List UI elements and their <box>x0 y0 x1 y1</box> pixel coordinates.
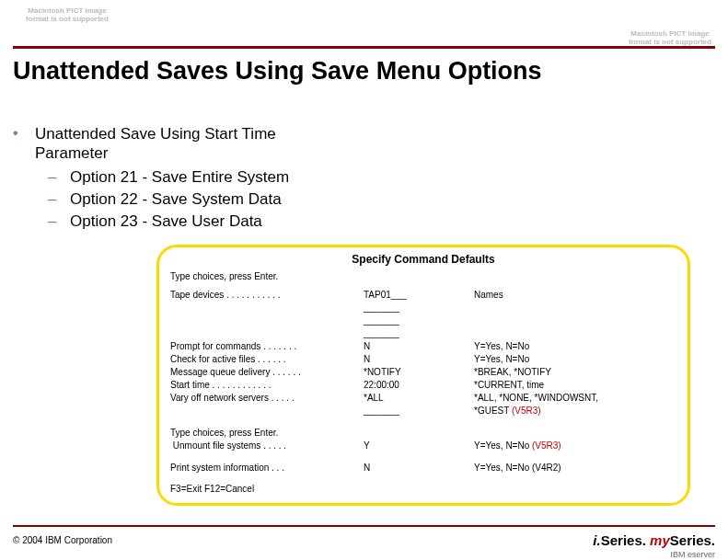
brand-my: my <box>646 532 670 548</box>
panel-title: Specify Command Defaults <box>170 253 676 266</box>
placeholder-image-top-left: Macintosh PICT image format is not suppo… <box>17 7 118 24</box>
field-value: N N *NOTIFY 22:00:00 *ALL _______ <box>364 340 474 417</box>
brand-logo: i.Series. mySeries. <box>593 532 715 548</box>
brand-series: Series. <box>670 532 715 548</box>
sub-bullet-text: Option 21 - Save Entire System <box>70 166 289 189</box>
sub-bullet-list: – Option 21 - Save Entire System – Optio… <box>48 166 715 233</box>
field-hint: Names <box>474 289 676 340</box>
bullet-marker: • <box>13 124 35 143</box>
sub-bullet: – Option 23 - Save User Data <box>48 211 715 233</box>
sub-bullet: – Option 21 - Save Entire System <box>48 166 715 189</box>
header-rule <box>13 46 715 49</box>
bullet-text: Unattended Save Using Start Time Paramet… <box>35 124 276 163</box>
field-label: Print system information . . . <box>170 462 364 474</box>
footer-rule <box>13 525 715 527</box>
field-value: N <box>364 462 474 474</box>
sub-bullet: – Option 22 - Save System Data <box>48 189 715 211</box>
panel-instruction: Type choices, press Enter. <box>170 271 676 281</box>
dash-marker: – <box>48 166 70 189</box>
field-label: Prompt for commands . . . . . . . Check … <box>170 340 364 417</box>
panel-fkeys: F3=Exit F12=Cancel <box>170 484 676 494</box>
sub-bullet-text: Option 23 - Save User Data <box>70 211 262 233</box>
field-label: Tape devices . . . . . . . . . . . <box>170 289 364 340</box>
field-hint: Y=Yes, N=No (V5R3) <box>474 427 676 452</box>
eserver-logo: IBM eserver <box>670 550 715 559</box>
brand-series: Series. <box>601 532 646 548</box>
dash-marker: – <box>48 189 70 211</box>
command-panel-wrap: Specify Command Defaults Type choices, p… <box>156 245 690 506</box>
panel-grid: Tape devices . . . . . . . . . . . TAP01… <box>170 289 676 474</box>
placeholder-image-top-right: Macintosh PICT image format is not suppo… <box>619 30 721 47</box>
content-area: • Unattended Save Using Start Time Param… <box>13 124 715 233</box>
command-panel: Specify Command Defaults Type choices, p… <box>156 245 690 506</box>
brand-i: i. <box>593 532 600 548</box>
page-title: Unattended Saves Using Save Menu Options <box>13 57 542 86</box>
field-value: TAP01___ _______ _______ _______ <box>364 289 474 340</box>
field-hint: Y=Yes, N=No Y=Yes, N=No *BREAK, *NOTIFY … <box>474 340 676 417</box>
field-hint: Y=Yes, N=No (V4R2) <box>474 462 676 474</box>
dash-marker: – <box>48 211 70 233</box>
copyright: © 2004 IBM Corporation <box>13 535 112 545</box>
sub-bullet-text: Option 22 - Save System Data <box>70 189 282 211</box>
field-label: Type choices, press Enter. Unmount file … <box>170 427 364 452</box>
main-bullet: • Unattended Save Using Start Time Param… <box>13 124 715 163</box>
field-value: Y <box>364 427 474 452</box>
